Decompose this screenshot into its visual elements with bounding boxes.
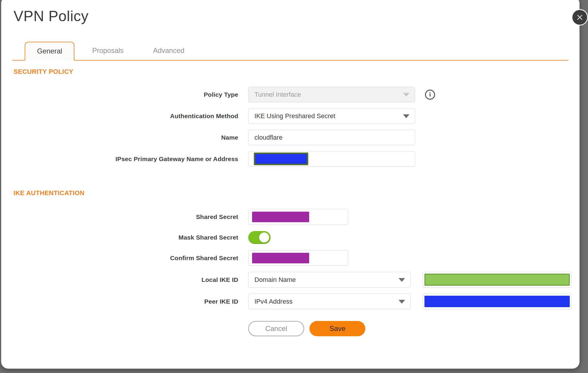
row-policy-type: Policy Type Tunnel Interface i bbox=[1, 87, 579, 102]
mask-shared-secret-toggle[interactable] bbox=[248, 231, 271, 244]
local-ike-id-select[interactable]: Domain Name bbox=[248, 272, 411, 287]
shared-secret-redacted-value bbox=[252, 212, 309, 222]
local-ike-id-label: Local IKE ID bbox=[1, 276, 238, 283]
confirm-shared-secret-label: Confirm Shared Secret bbox=[1, 255, 238, 262]
close-button[interactable] bbox=[572, 9, 588, 26]
gateway-label: IPsec Primary Gateway Name or Address bbox=[1, 155, 238, 163]
mask-shared-secret-label: Mask Shared Secret bbox=[1, 234, 238, 241]
page-title: VPN Policy bbox=[14, 8, 579, 25]
name-input[interactable]: cloudflare bbox=[248, 130, 415, 145]
peer-ike-id-value-input[interactable] bbox=[423, 294, 572, 309]
name-label: Name bbox=[1, 134, 238, 141]
shared-secret-input[interactable] bbox=[248, 209, 348, 225]
policy-type-select: Tunnel Interface bbox=[248, 87, 415, 102]
peer-ike-id-label: Peer IKE ID bbox=[1, 298, 238, 305]
cancel-button[interactable]: Cancel bbox=[248, 321, 304, 336]
row-shared-secret: Shared Secret bbox=[1, 209, 579, 225]
row-confirm-shared-secret: Confirm Shared Secret bbox=[1, 250, 579, 266]
peer-ike-id-select[interactable]: IPv4 Address bbox=[248, 294, 411, 309]
tab-advanced[interactable]: Advanced bbox=[141, 41, 196, 60]
confirm-shared-secret-redacted-value bbox=[252, 253, 309, 263]
gateway-input[interactable] bbox=[248, 151, 415, 167]
tab-bar: General Proposals Advanced bbox=[12, 41, 568, 61]
authentication-method-value: IKE Using Preshared Secret bbox=[254, 112, 335, 120]
section-security-policy: SECURITY POLICY bbox=[14, 68, 579, 76]
info-icon[interactable]: i bbox=[425, 90, 435, 100]
policy-type-label: Policy Type bbox=[1, 91, 238, 98]
tab-proposals[interactable]: Proposals bbox=[80, 41, 135, 60]
local-ike-id-value-input[interactable] bbox=[423, 272, 572, 287]
chevron-down-icon bbox=[403, 114, 409, 118]
section-ike-authentication: IKE AUTHENTICATION bbox=[14, 189, 579, 197]
policy-type-value: Tunnel Interface bbox=[254, 91, 301, 98]
row-local-ike-id: Local IKE ID Domain Name bbox=[1, 272, 579, 287]
shared-secret-label: Shared Secret bbox=[1, 213, 238, 220]
peer-ike-id-type-value: IPv4 Address bbox=[254, 298, 293, 305]
row-name: Name cloudflare bbox=[1, 130, 579, 145]
dialog-actions: Cancel Save bbox=[248, 321, 579, 336]
row-peer-ike-id: Peer IKE ID IPv4 Address bbox=[1, 294, 579, 309]
row-authentication-method: Authentication Method IKE Using Preshare… bbox=[1, 108, 579, 124]
close-icon bbox=[576, 14, 584, 21]
local-ike-id-redacted-value bbox=[424, 274, 570, 286]
confirm-shared-secret-input[interactable] bbox=[248, 250, 348, 266]
row-gateway: IPsec Primary Gateway Name or Address bbox=[1, 151, 579, 167]
vpn-policy-dialog: VPN Policy General Proposals Advanced SE… bbox=[1, 0, 580, 369]
gateway-redacted-value bbox=[254, 153, 308, 165]
tab-general[interactable]: General bbox=[25, 42, 74, 61]
authentication-method-label: Authentication Method bbox=[1, 113, 238, 120]
chevron-down-icon bbox=[399, 300, 405, 304]
local-ike-id-type-value: Domain Name bbox=[254, 276, 296, 284]
authentication-method-select[interactable]: IKE Using Preshared Secret bbox=[248, 108, 415, 124]
chevron-down-icon bbox=[403, 93, 409, 97]
name-value: cloudflare bbox=[254, 134, 282, 141]
chevron-down-icon bbox=[399, 278, 405, 282]
save-button[interactable]: Save bbox=[309, 321, 365, 336]
peer-ike-id-redacted-value bbox=[424, 296, 570, 307]
row-mask-shared-secret: Mask Shared Secret bbox=[1, 231, 579, 244]
toggle-knob bbox=[259, 233, 269, 242]
